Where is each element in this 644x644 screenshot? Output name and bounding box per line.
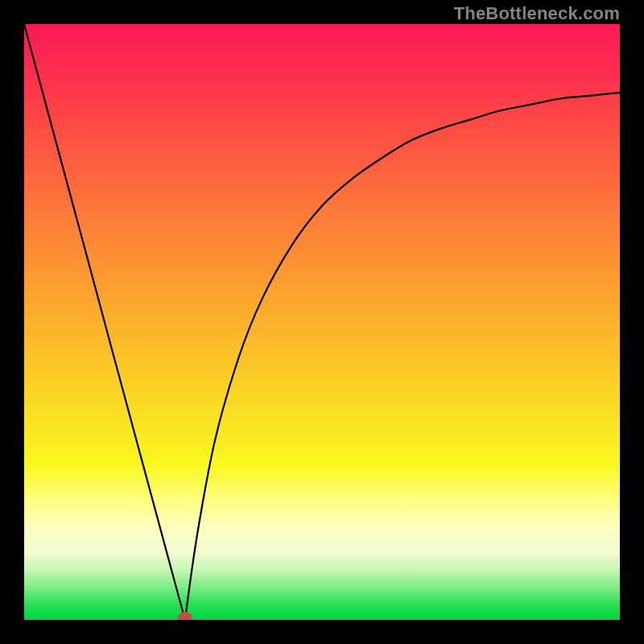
chart-frame — [24, 24, 620, 620]
gradient-background — [24, 24, 620, 620]
watermark-text: TheBottleneck.com — [454, 3, 620, 24]
bottleneck-chart — [24, 24, 620, 620]
